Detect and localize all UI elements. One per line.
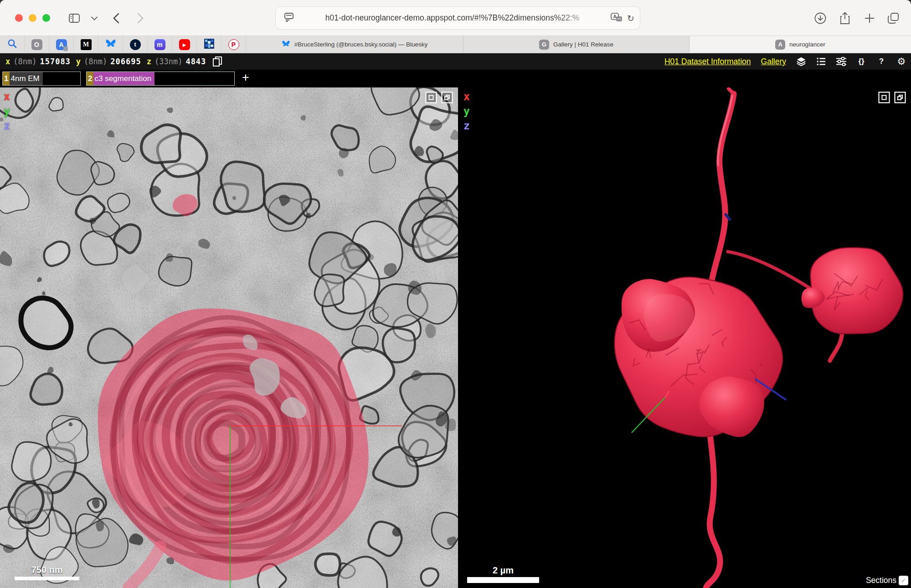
tab-gallery[interactable]: G Gallery | H01 Release [463,36,690,53]
layer-name: c3 segmentation [93,72,154,85]
forward-button[interactable] [134,12,147,25]
search-favicon-icon [7,39,17,51]
bluesky-favicon-icon [105,39,116,51]
pinned-tab-medium[interactable]: M [74,36,98,53]
sidebar-toggle-icon[interactable] [68,12,81,25]
translate-icon[interactable]: A [611,13,623,24]
mesh-scale-bar: 2 µm [467,565,539,583]
window-controls [15,14,50,22]
url-text[interactable]: h01-dot-neuroglancer-demo.appspot.com/#!… [294,13,611,23]
json-state-icon[interactable]: {} [856,56,866,66]
sections-checkbox[interactable]: ✓ [899,576,908,585]
help-icon[interactable]: ? [876,56,886,66]
page-proxy-icon[interactable] [284,13,294,24]
back-button[interactable] [110,12,123,25]
tumblr-favicon-icon: t [130,39,141,50]
downloads-icon[interactable] [814,12,827,25]
pixel-art-favicon-icon [204,39,214,51]
tab-bluesky[interactable]: #BruceSterling (@bruces.bsky.social) — B… [246,36,463,53]
x-axis-label: x [4,89,10,104]
layer-number: 1 [3,72,10,85]
pinned-tab-search[interactable] [0,36,25,53]
neuroglancer-tab-favicon-icon: A [775,40,785,50]
gallery-tab-favicon-icon: G [539,40,549,50]
h01-dataset-information-link[interactable]: H01 Dataset Information [664,57,751,66]
mesh-axis-letters: x y z [463,89,470,133]
x-coordinate[interactable]: x (8nm) 157083 [5,57,71,66]
maximize-panel-icon[interactable] [425,92,437,105]
mesh-3d-panel[interactable]: x y z 2 µm Sections ✓ [460,87,911,588]
slice-scale-bar: 750 nm [15,565,79,580]
url-bar[interactable]: h01-dot-neuroglancer-demo.appspot.com/#!… [275,6,640,30]
settings-sliders-icon[interactable] [836,56,846,66]
add-layer-button[interactable]: + [242,72,249,86]
z-coordinate[interactable]: z (33nm) 4843 [147,57,206,66]
switch-layout-icon[interactable] [894,92,906,105]
viewport: x y z 750 nm [0,87,911,588]
slice-axis-letters: x y z [4,89,10,133]
zoom-window-button[interactable] [42,14,50,22]
sections-control: Sections ✓ [866,576,908,585]
z-axis-label: z [463,118,470,133]
svg-text:A: A [613,14,616,19]
pinned-tab-youtube[interactable]: ▶ [172,36,197,53]
gallery-link[interactable]: Gallery [761,57,786,66]
copy-coordinates-icon[interactable] [212,56,222,67]
tab-title: neuroglancer [789,41,825,48]
pinned-tab-pixel-art[interactable] [197,36,221,53]
medium-favicon-icon: M [81,39,92,50]
pinned-tab-mastodon[interactable]: m [148,36,172,53]
layer-bar: 1 4nm EM 2 c3 segmentation + [0,70,911,87]
new-tab-icon[interactable] [863,12,876,25]
tab-title: #BruceSterling (@bruces.bsky.social) — B… [294,41,428,48]
close-window-button[interactable] [15,14,23,22]
pinterest-favicon-icon: P [228,39,239,50]
layer-tab-em[interactable]: 1 4nm EM [2,72,81,86]
position-bar: x (8nm) 157083 y (8nm) 206695 z (33nm) 4… [0,53,911,70]
gear-icon[interactable]: ⚙ [896,56,906,66]
pinned-tab-bluesky[interactable] [98,36,123,53]
tab-neuroglancer[interactable]: A neuroglancer [690,36,911,53]
chevron-down-icon[interactable] [88,12,101,25]
youtube-favicon-icon: ▶ [179,39,190,50]
layer-tab-segmentation[interactable]: 2 c3 segmentation [86,72,235,86]
tab-bar: O A M t m ▶ P [0,36,911,53]
scale-bar-label: 750 nm [31,565,63,575]
reload-icon[interactable]: ↻ [627,13,634,23]
tab-overview-icon[interactable] [887,12,900,25]
omnivore-favicon-icon: O [31,39,42,50]
maximize-panel-icon[interactable] [878,92,890,105]
layers-icon[interactable] [796,56,806,66]
layer-list-icon[interactable] [816,56,826,66]
tab-title: Gallery | H01 Release [553,41,613,48]
pinned-tab-pinterest[interactable]: P [221,36,246,53]
sections-label: Sections [866,576,896,585]
pinned-tab-omnivore[interactable]: O [25,36,49,53]
slice-view-panel[interactable]: x y z 750 nm [0,87,458,588]
scale-bar-label: 2 µm [493,565,514,576]
y-coordinate[interactable]: y (8nm) 206695 [76,57,141,66]
mastodon-favicon-icon: m [154,39,165,50]
z-axis-label: z [4,118,10,133]
translate-favicon-icon: A [56,39,67,50]
minimize-window-button[interactable] [29,14,36,22]
layer-number: 2 [87,72,93,85]
share-icon[interactable] [839,12,851,25]
bluesky-tab-favicon-icon [282,40,290,49]
y-axis-label: y [463,104,470,118]
y-axis-label: y [4,104,10,118]
switch-layout-icon[interactable] [441,92,453,105]
pinned-tab-translate[interactable]: A [49,36,74,53]
layer-name: 4nm EM [10,72,42,85]
pinned-tab-tumblr[interactable]: t [123,36,148,53]
x-axis-label: x [463,89,470,104]
browser-window: h01-dot-neuroglancer-demo.appspot.com/#!… [0,0,911,588]
browser-toolbar: h01-dot-neuroglancer-demo.appspot.com/#!… [0,0,911,36]
